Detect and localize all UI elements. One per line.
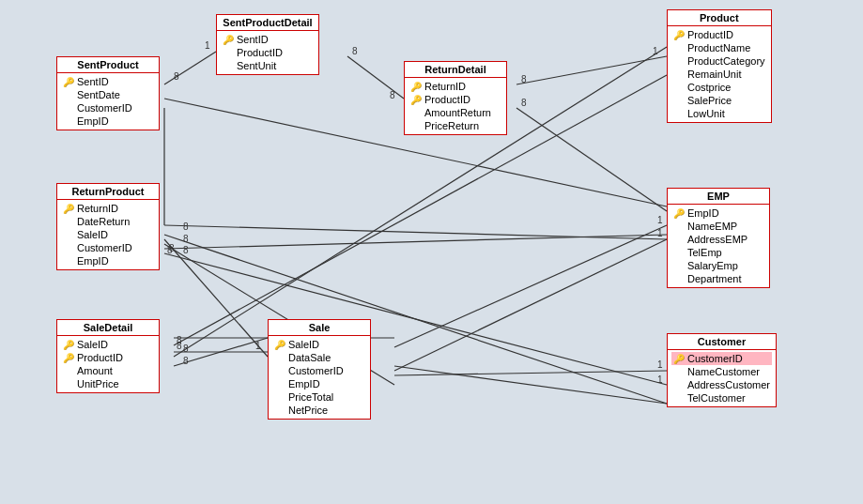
- field-name: ProductID: [237, 47, 283, 58]
- table-sale: Sale🔑SaleIDDataSaleCustomerIDEmpIDPriceT…: [268, 319, 371, 420]
- field-name: LowUnit: [687, 108, 725, 119]
- svg-text:8: 8: [183, 221, 189, 232]
- key-icon: 🔑: [223, 35, 234, 45]
- table-sentproduct: SentProduct🔑SentIDSentDateCustomerIDEmpI…: [56, 56, 160, 130]
- table-header-returnproduct: ReturnProduct: [57, 184, 159, 200]
- field-row-addresscustomer: AddressCustomer: [671, 378, 772, 391]
- field-name: AmountReturn: [424, 107, 491, 118]
- field-row-sentid: 🔑SentID: [221, 33, 315, 46]
- field-name: ProductCategory: [687, 55, 765, 67]
- field-row-productid: 🔑ProductID: [408, 93, 502, 106]
- field-row-saleid: SaleID: [61, 228, 155, 241]
- field-name: ProductID: [424, 94, 470, 105]
- table-header-sentproduct: SentProduct: [57, 57, 159, 73]
- field-name: DataSale: [288, 352, 331, 363]
- field-name: ProductID: [687, 29, 733, 40]
- svg-line-3: [347, 56, 404, 99]
- field-name: SentDate: [77, 89, 120, 100]
- key-icon: 🔑: [63, 204, 74, 214]
- field-name: SaleID: [288, 339, 319, 350]
- field-name: SalePrice: [687, 95, 732, 106]
- field-name: Costprice: [687, 82, 731, 93]
- svg-text:8: 8: [390, 90, 395, 100]
- field-name: TelCustomer: [687, 392, 746, 404]
- table-header-emp: EMP: [668, 189, 769, 205]
- key-icon: 🔑: [410, 95, 422, 105]
- field-name: Amount: [77, 365, 113, 376]
- svg-line-33: [174, 338, 268, 366]
- svg-text:1: 1: [205, 40, 210, 51]
- svg-text:8: 8: [174, 71, 179, 82]
- field-row-productname: ProductName: [671, 41, 767, 54]
- field-name: RemainUnit: [687, 69, 741, 80]
- field-row-sentunit: SentUnit: [221, 59, 315, 72]
- svg-text:1: 1: [657, 215, 663, 225]
- field-row-sentid: 🔑SentID: [61, 75, 155, 88]
- field-row-saleid: 🔑SaleID: [272, 338, 366, 351]
- svg-text:8: 8: [352, 46, 358, 56]
- field-row-returnid: 🔑ReturnID: [61, 202, 155, 215]
- svg-line-13: [164, 239, 268, 357]
- svg-text:8: 8: [177, 335, 182, 345]
- table-product: Product🔑ProductIDProductNameProductCateg…: [667, 9, 772, 123]
- field-row-productid: 🔑ProductID: [671, 28, 767, 41]
- field-name: CustomerID: [77, 242, 132, 253]
- field-row-customerid: CustomerID: [61, 241, 155, 254]
- diagram-canvas: 8 1 8 8 8 1 1 8 1 8 8 1 8 1: [0, 0, 863, 504]
- field-row-empid: EmpID: [272, 377, 366, 390]
- field-name: CustomerID: [77, 102, 132, 114]
- field-name: TelEmp: [687, 247, 722, 258]
- field-name: PriceReturn: [424, 120, 479, 131]
- table-emp: EMP🔑EmpIDNameEMPAddressEMPTelEmpSalaryEm…: [667, 188, 770, 288]
- table-header-customer: Customer: [668, 334, 776, 350]
- field-row-nameemp: NameEMP: [671, 220, 765, 233]
- field-row-pricetotal: PriceTotal: [272, 390, 366, 404]
- field-name: ProductName: [687, 42, 750, 53]
- svg-text:8: 8: [183, 245, 189, 255]
- field-name: EmpID: [77, 115, 109, 127]
- field-row-lowunit: LowUnit: [671, 107, 767, 120]
- field-name: SaleID: [77, 339, 108, 350]
- field-name: UnitPrice: [77, 378, 119, 389]
- table-header-sentproductdetail: SentProductDetail: [217, 15, 318, 31]
- field-name: NameEMP: [687, 221, 737, 232]
- table-saledetail: SaleDetail🔑SaleID🔑ProductIDAmountUnitPri…: [56, 319, 160, 393]
- key-icon: 🔑: [673, 354, 685, 364]
- svg-text:8: 8: [183, 356, 189, 366]
- field-name: CustomerID: [288, 365, 344, 376]
- field-row-customerid: 🔑CustomerID: [671, 352, 772, 365]
- field-row-amount: Amount: [61, 364, 155, 377]
- table-header-returndetail: ReturnDetail: [405, 62, 506, 78]
- field-row-saleid: 🔑SaleID: [61, 338, 155, 351]
- key-icon: 🔑: [673, 30, 685, 40]
- field-name: SaleID: [77, 229, 108, 240]
- field-name: CustomerID: [687, 353, 743, 364]
- field-name: DateReturn: [77, 216, 130, 227]
- svg-line-6: [516, 56, 667, 84]
- table-header-product: Product: [668, 10, 771, 26]
- field-row-netprice: NetPrice: [272, 404, 366, 417]
- field-row-department: Department: [671, 272, 765, 285]
- field-row-salaryemp: SalaryEmp: [671, 259, 765, 272]
- field-row-returnid: 🔑ReturnID: [408, 80, 502, 93]
- table-header-saledetail: SaleDetail: [57, 320, 159, 336]
- field-row-costprice: Costprice: [671, 81, 767, 94]
- svg-line-23: [394, 225, 667, 347]
- field-name: NetPrice: [288, 405, 328, 416]
- table-header-sale: Sale: [269, 320, 370, 336]
- svg-line-31: [164, 235, 667, 404]
- key-icon: 🔑: [63, 77, 74, 87]
- table-returnproduct: ReturnProduct🔑ReturnIDDateReturnSaleIDCu…: [56, 183, 160, 270]
- field-row-empid: EmpID: [61, 115, 155, 128]
- svg-text:1: 1: [657, 228, 663, 238]
- svg-line-15: [164, 253, 667, 385]
- field-row-pricereturn: PriceReturn: [408, 119, 502, 132]
- field-name: SalaryEmp: [687, 260, 738, 271]
- svg-line-28: [516, 108, 667, 211]
- field-name: ReturnID: [424, 81, 466, 92]
- field-row-telemp: TelEmp: [671, 246, 765, 259]
- field-row-remainunit: RemainUnit: [671, 68, 767, 81]
- field-name: Department: [687, 273, 741, 284]
- field-row-productid: 🔑ProductID: [61, 351, 155, 364]
- svg-line-36: [164, 235, 667, 249]
